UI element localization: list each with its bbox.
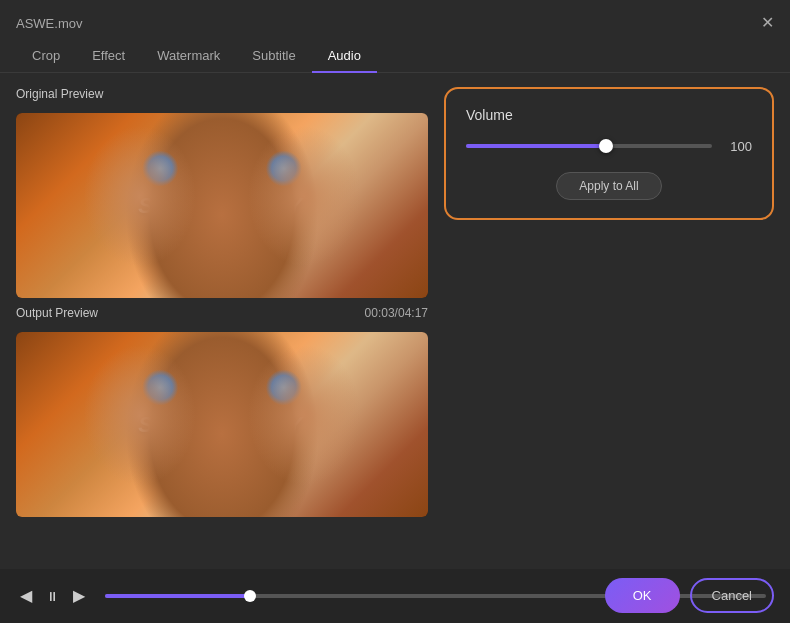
volume-row: 100 xyxy=(466,139,752,154)
output-preview-box: SOUNDIARY xyxy=(16,332,428,517)
tab-audio[interactable]: Audio xyxy=(312,40,377,73)
playback-timestamp: 00:03/04:17 xyxy=(365,306,428,320)
cancel-button[interactable]: Cancel xyxy=(690,578,774,613)
title-bar: ASWE.mov ✕ xyxy=(0,0,790,36)
output-video-thumb: SOUNDIARY xyxy=(16,332,428,517)
pause-icon: ⏸ xyxy=(46,589,59,604)
right-panel: Volume 100 Apply to All xyxy=(444,87,774,548)
volume-label: Volume xyxy=(466,107,752,123)
audio-panel: Volume 100 Apply to All xyxy=(444,87,774,220)
pause-button[interactable]: ⏸ xyxy=(42,586,63,606)
watermark-text-original: SOUNDIARY xyxy=(138,193,306,219)
tab-bar: Crop Effect Watermark Subtitle Audio xyxy=(0,40,790,73)
volume-thumb xyxy=(599,139,613,153)
progress-thumb xyxy=(244,590,256,602)
close-button[interactable]: ✕ xyxy=(761,15,774,31)
original-preview-box: SOUNDIARY xyxy=(16,113,428,298)
original-video-thumb: SOUNDIARY xyxy=(16,113,428,298)
original-preview-label: Original Preview xyxy=(16,87,428,101)
output-preview-label: Output Preview xyxy=(16,306,98,320)
action-buttons: OK Cancel xyxy=(605,578,774,613)
volume-fill xyxy=(466,144,606,148)
forward-button[interactable]: ▶ xyxy=(69,586,89,606)
tab-effect[interactable]: Effect xyxy=(76,40,141,73)
forward-icon: ▶ xyxy=(73,587,85,604)
volume-track xyxy=(466,144,712,148)
main-content: Original Preview SOUNDIARY Output Previe… xyxy=(0,73,790,562)
apply-to-all-button[interactable]: Apply to All xyxy=(556,172,661,200)
progress-fill xyxy=(105,594,250,598)
tab-subtitle[interactable]: Subtitle xyxy=(236,40,311,73)
window-title: ASWE.mov xyxy=(16,16,82,31)
watermark-text-output: SOUNDIARY xyxy=(138,412,306,438)
output-preview-header: Output Preview 00:03/04:17 xyxy=(16,306,428,320)
ok-button[interactable]: OK xyxy=(605,578,680,613)
playback-controls: ◀ ⏸ ▶ xyxy=(16,586,89,606)
rewind-button[interactable]: ◀ xyxy=(16,586,36,606)
tab-watermark[interactable]: Watermark xyxy=(141,40,236,73)
left-panel: Original Preview SOUNDIARY Output Previe… xyxy=(16,87,428,548)
volume-slider[interactable] xyxy=(466,144,712,150)
rewind-icon: ◀ xyxy=(20,587,32,604)
tab-crop[interactable]: Crop xyxy=(16,40,76,73)
volume-value: 100 xyxy=(724,139,752,154)
